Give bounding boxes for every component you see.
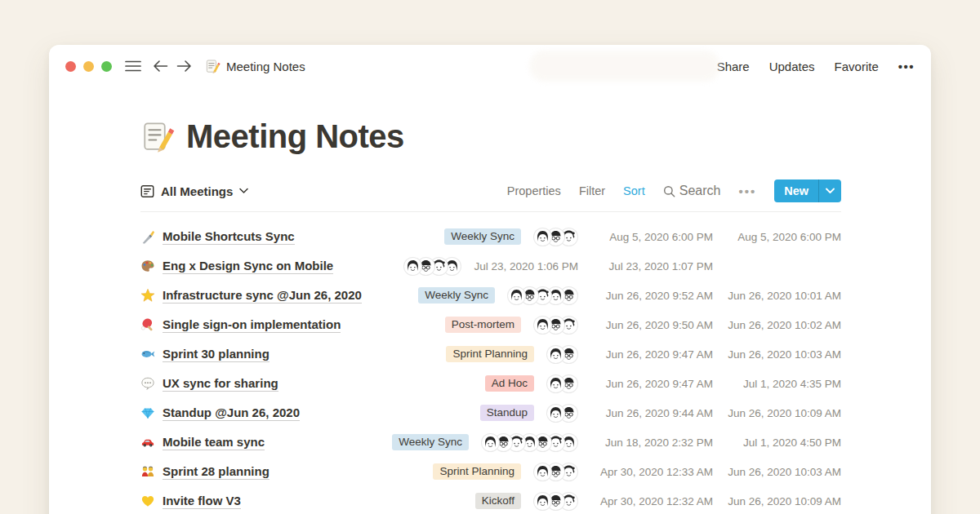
app-window: Meeting Notes Share Updates Favorite •••… xyxy=(49,45,931,514)
table-row[interactable]: Infrastructure sync @Jun 26, 2020 Weekly… xyxy=(140,281,841,310)
window-controls xyxy=(65,61,112,72)
table-row[interactable]: Single sign-on implementation Post-morte… xyxy=(140,310,841,339)
table-row[interactable]: Sprint 28 planning Sprint Planning Apr 3… xyxy=(140,457,841,486)
avatar-group xyxy=(533,316,578,335)
tag-badge[interactable]: Weekly Sync xyxy=(392,434,469,450)
page-link[interactable]: Standup @Jun 26, 2020 xyxy=(163,405,300,421)
properties-button[interactable]: Properties xyxy=(507,184,561,197)
tag-badge[interactable]: Ad Hoc xyxy=(485,375,534,392)
share-button[interactable]: Share xyxy=(717,60,750,73)
user-avatar xyxy=(403,257,422,276)
new-button[interactable]: New xyxy=(774,179,841,202)
last-edited-time: Jun 26, 2020 10:01 AM xyxy=(725,290,841,302)
page-memo-icon[interactable] xyxy=(140,120,175,154)
page-link[interactable]: Eng x Design Sync on Mobile xyxy=(163,259,333,274)
name-cell: UX sync for sharing xyxy=(140,376,473,392)
new-button-label: New xyxy=(774,184,818,197)
tag-badge[interactable]: Standup xyxy=(480,405,534,421)
tag-badge[interactable]: Weekly Sync xyxy=(418,287,495,304)
back-arrow-icon[interactable] xyxy=(153,60,168,73)
favorite-button[interactable]: Favorite xyxy=(835,60,879,73)
tag-badge[interactable]: Kickoff xyxy=(475,493,521,509)
database-toolbar: All Meetings Properties Filter Sort Sear… xyxy=(140,179,841,212)
tag-badge[interactable]: Sprint Planning xyxy=(446,346,534,362)
created-time: Jun 26, 2020 9:47 AM xyxy=(590,348,713,361)
last-edited-time: Aug 5, 2020 6:00 PM xyxy=(725,231,841,243)
name-cell: Single sign-on implementation xyxy=(140,317,433,333)
table-view-icon xyxy=(140,184,154,198)
user-avatar xyxy=(533,492,552,511)
ping-pong-icon xyxy=(140,317,155,332)
name-cell: Standup @Jun 26, 2020 xyxy=(140,405,468,421)
last-edited-time: Jun 26, 2020 10:09 AM xyxy=(725,495,841,507)
avatar-group xyxy=(481,433,578,452)
page-link[interactable]: Mobile Shortcuts Sync xyxy=(163,229,295,245)
title-bar: Meeting Notes Share Updates Favorite ••• xyxy=(49,45,931,87)
avatar-group xyxy=(533,228,578,246)
created-time: Jun 18, 2020 2:32 PM xyxy=(590,436,713,449)
palette-icon xyxy=(140,259,155,273)
avatar-group xyxy=(533,463,578,481)
user-avatar xyxy=(507,286,526,305)
table-row[interactable]: Invite flow V3 Kickoff Apr 30, 2020 12:3… xyxy=(140,486,841,514)
name-cell: Mobile Shortcuts Sync xyxy=(140,229,432,245)
tag-badge[interactable]: Post-mortem xyxy=(445,317,521,333)
avatar-group xyxy=(546,345,578,364)
toolbar-more-icon[interactable]: ••• xyxy=(738,184,756,198)
forward-arrow-icon[interactable] xyxy=(176,60,192,73)
view-name: All Meetings xyxy=(161,184,233,198)
search-label: Search xyxy=(679,184,721,198)
chevron-down-icon xyxy=(826,188,835,194)
user-avatar xyxy=(533,228,552,246)
star-icon xyxy=(140,288,155,303)
page-link[interactable]: Invite flow V3 xyxy=(163,494,241,509)
page-link[interactable]: Single sign-on implementation xyxy=(163,317,341,333)
table-row[interactable]: Standup @Jun 26, 2020 Standup Jun 26, 20… xyxy=(140,398,841,428)
search-icon xyxy=(663,185,675,197)
sidebar-menu-icon[interactable] xyxy=(125,60,141,73)
user-avatar xyxy=(546,345,565,364)
search-button[interactable]: Search xyxy=(663,184,721,198)
user-avatar xyxy=(533,463,552,481)
user-avatar xyxy=(546,404,565,423)
tag-badge[interactable]: Weekly Sync xyxy=(444,228,521,245)
breadcrumb-title[interactable]: Meeting Notes xyxy=(226,60,305,73)
name-cell: Invite flow V3 xyxy=(140,494,463,509)
last-edited-time: Jul 1, 2020 4:35 PM xyxy=(725,378,841,390)
updates-button[interactable]: Updates xyxy=(769,60,815,73)
created-time: Apr 30, 2020 12:32 AM xyxy=(590,495,713,507)
meetings-table: Mobile Shortcuts Sync Weekly Sync Aug 5,… xyxy=(140,222,841,514)
more-options-icon[interactable]: ••• xyxy=(898,60,915,73)
avatar-group xyxy=(403,257,461,276)
page-link[interactable]: Infrastructure sync @Jun 26, 2020 xyxy=(163,288,362,304)
close-window-button[interactable] xyxy=(65,61,76,72)
last-edited-time: Jul 23, 2020 1:07 PM xyxy=(590,260,713,273)
page-link[interactable]: Sprint 28 planning xyxy=(163,464,270,480)
page-link[interactable]: Mobile team sync xyxy=(163,435,265,450)
created-time: Aug 5, 2020 6:00 PM xyxy=(590,231,713,243)
table-row[interactable]: Mobile Shortcuts Sync Weekly Sync Aug 5,… xyxy=(140,222,841,251)
avatar-group xyxy=(533,492,578,511)
table-row[interactable]: UX sync for sharing Ad Hoc Jun 26, 2020 … xyxy=(140,369,841,398)
minimize-window-button[interactable] xyxy=(83,61,94,72)
last-edited-time: Jun 26, 2020 10:02 AM xyxy=(725,319,841,331)
name-cell: Sprint 28 planning xyxy=(140,464,421,480)
view-switcher[interactable]: All Meetings xyxy=(140,184,248,198)
table-row[interactable]: Mobile team sync Weekly Sync Jun 18, 202… xyxy=(140,428,841,457)
page-link[interactable]: Sprint 30 planning xyxy=(163,347,270,362)
last-edited-time: Jul 1, 2020 4:50 PM xyxy=(725,436,841,449)
created-time: Jun 26, 2020 9:44 AM xyxy=(590,407,713,419)
new-dropdown-button[interactable] xyxy=(819,188,841,194)
last-edited-time: Jun 26, 2020 10:03 AM xyxy=(725,466,841,478)
created-time: Jun 26, 2020 9:50 AM xyxy=(590,319,713,331)
gem-icon xyxy=(140,405,155,420)
tag-badge[interactable]: Sprint Planning xyxy=(433,463,521,480)
filter-button[interactable]: Filter xyxy=(579,184,605,197)
page-title[interactable]: Meeting Notes xyxy=(186,118,404,155)
sort-button[interactable]: Sort xyxy=(623,184,645,197)
table-row[interactable]: Eng x Design Sync on Mobile Jul 23, 2020… xyxy=(140,251,841,281)
table-row[interactable]: Sprint 30 planning Sprint Planning Jun 2… xyxy=(140,339,841,369)
page-link[interactable]: UX sync for sharing xyxy=(163,376,278,392)
paintbrush-icon xyxy=(140,229,155,244)
zoom-window-button[interactable] xyxy=(101,61,112,72)
